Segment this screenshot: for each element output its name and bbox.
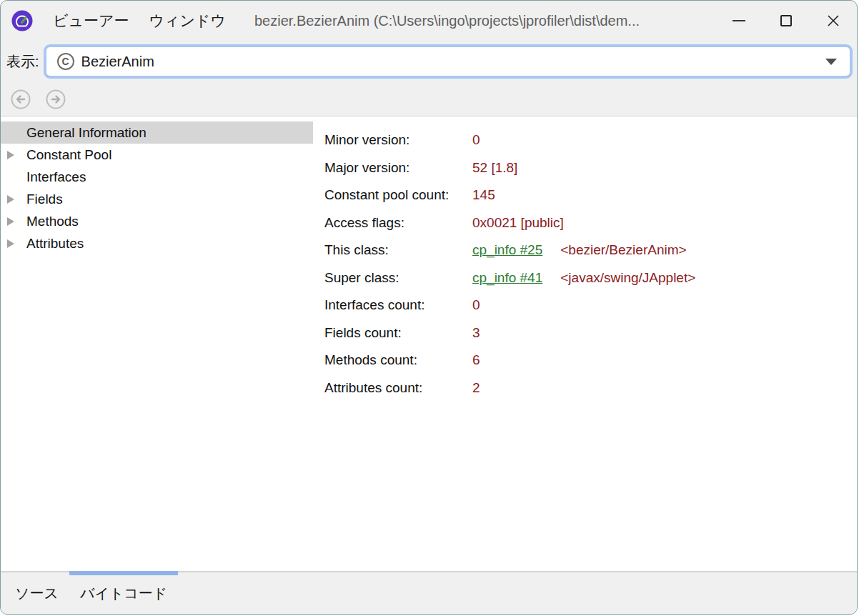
detail-label: Minor version: bbox=[324, 132, 472, 148]
combobox-value: BezierAnim bbox=[81, 54, 825, 70]
titlebar: ビューアー ウィンドウ bezier.BezierAnim (C:\Users\… bbox=[1, 1, 857, 41]
tree-item-constant-pool[interactable]: Constant Pool bbox=[1, 144, 313, 166]
tree-item-interfaces[interactable]: Interfaces bbox=[1, 166, 313, 188]
detail-row: Attributes count:2 bbox=[324, 374, 857, 402]
chevron-right-icon[interactable] bbox=[1, 217, 21, 226]
detail-value: 145 bbox=[472, 187, 495, 203]
chevron-right-icon[interactable] bbox=[1, 239, 21, 248]
navigation-toolbar bbox=[1, 82, 857, 116]
tree-item-fields[interactable]: Fields bbox=[1, 188, 313, 210]
tree-item-label: Interfaces bbox=[26, 169, 86, 185]
collapsed-triangle-icon bbox=[7, 217, 14, 226]
class-icon: C bbox=[57, 53, 74, 70]
detail-value: <javax/swing/JApplet> bbox=[560, 270, 695, 286]
detail-value: 3 bbox=[472, 325, 480, 341]
detail-label: Major version: bbox=[324, 160, 472, 176]
detail-value: 2 bbox=[472, 380, 480, 396]
detail-value: 0 bbox=[472, 297, 480, 313]
detail-row: Minor version:0 bbox=[324, 126, 857, 154]
collapsed-triangle-icon bbox=[7, 239, 14, 248]
detail-row: Fields count:3 bbox=[324, 319, 857, 347]
detail-row: Major version:52 [1.8] bbox=[324, 154, 857, 182]
menu-window[interactable]: ウィンドウ bbox=[149, 11, 225, 31]
tree-item-methods[interactable]: Methods bbox=[1, 210, 313, 232]
viewer-window: ビューアー ウィンドウ bezier.BezierAnim (C:\Users\… bbox=[0, 0, 858, 615]
tree-item-label: General Information bbox=[26, 125, 147, 141]
close-button[interactable] bbox=[810, 1, 857, 41]
cp-info-link[interactable]: cp_info #41 bbox=[472, 270, 542, 286]
maximize-icon bbox=[780, 15, 792, 26]
detail-value: 0 bbox=[472, 132, 480, 148]
main-content: General InformationConstant PoolInterfac… bbox=[1, 116, 857, 571]
detail-label: Constant pool count: bbox=[324, 187, 472, 203]
class-selector-combobox[interactable]: C BezierAnim bbox=[46, 47, 850, 76]
detail-label: Fields count: bbox=[324, 325, 472, 341]
minimize-button[interactable] bbox=[715, 1, 763, 41]
back-arrow-icon bbox=[11, 89, 31, 109]
bottom-tabbar: ソースバイトコード bbox=[1, 571, 857, 614]
display-row: 表示: C BezierAnim bbox=[1, 41, 857, 82]
menu-viewer[interactable]: ビューアー bbox=[53, 11, 129, 31]
forward-arrow-icon bbox=[46, 89, 66, 109]
chevron-right-icon[interactable] bbox=[1, 151, 21, 159]
maximize-button[interactable] bbox=[763, 1, 810, 41]
detail-value: 6 bbox=[472, 352, 480, 368]
detail-value: <bezier/BezierAnim> bbox=[560, 242, 686, 258]
detail-row: Constant pool count:145 bbox=[324, 182, 857, 209]
display-label: 表示: bbox=[6, 52, 39, 71]
tree-item-label: Constant Pool bbox=[26, 147, 111, 163]
detail-row: Access flags:0x0021 [public] bbox=[324, 209, 857, 237]
detail-label: Methods count: bbox=[324, 352, 472, 368]
close-icon bbox=[827, 14, 840, 27]
detail-label: Access flags: bbox=[324, 215, 472, 231]
detail-row: Super class:cp_info #41<javax/swing/JApp… bbox=[324, 264, 857, 292]
detail-value: 0x0021 [public] bbox=[472, 215, 564, 231]
tab-source[interactable]: ソース bbox=[4, 572, 69, 614]
tab-bytecode[interactable]: バイトコード bbox=[69, 572, 178, 614]
general-information-panel: Minor version:0Major version:52 [1.8]Con… bbox=[313, 116, 857, 571]
tree-item-general-information[interactable]: General Information bbox=[1, 121, 313, 144]
class-structure-tree: General InformationConstant PoolInterfac… bbox=[1, 116, 313, 571]
collapsed-triangle-icon bbox=[7, 151, 14, 159]
chevron-down-icon[interactable] bbox=[825, 59, 837, 65]
window-controls bbox=[715, 1, 857, 41]
detail-row: This class:cp_info #25<bezier/BezierAnim… bbox=[324, 237, 857, 264]
tree-item-label: Fields bbox=[26, 192, 63, 207]
detail-row: Interfaces count:0 bbox=[324, 292, 857, 319]
tree-item-label: Attributes bbox=[26, 236, 84, 252]
back-button[interactable] bbox=[11, 89, 31, 109]
cp-info-link[interactable]: cp_info #25 bbox=[472, 242, 542, 258]
chevron-right-icon[interactable] bbox=[1, 195, 21, 204]
detail-value: 52 [1.8] bbox=[472, 160, 517, 176]
collapsed-triangle-icon bbox=[7, 195, 14, 204]
tree-item-label: Methods bbox=[26, 214, 79, 229]
detail-label: Super class: bbox=[324, 270, 472, 286]
forward-button[interactable] bbox=[46, 89, 66, 109]
tree-item-attributes[interactable]: Attributes bbox=[1, 232, 313, 254]
window-title: bezier.BezierAnim (C:\Users\ingo\project… bbox=[254, 13, 715, 29]
detail-label: Attributes count: bbox=[324, 380, 472, 396]
detail-label: This class: bbox=[324, 242, 472, 258]
detail-row: Methods count:6 bbox=[324, 347, 857, 374]
jprofiler-app-icon bbox=[11, 10, 33, 31]
minimize-icon bbox=[733, 20, 745, 21]
detail-label: Interfaces count: bbox=[324, 297, 472, 313]
